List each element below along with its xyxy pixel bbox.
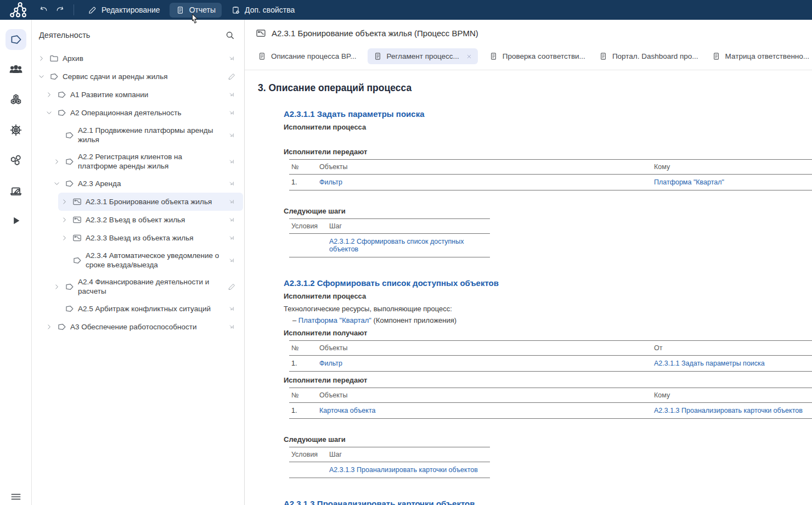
goto-arrow-icon[interactable] — [227, 305, 236, 313]
tree-item-label: А2.4 Финансирование деятельности и расче… — [76, 277, 227, 296]
edit-pencil-icon[interactable] — [227, 283, 236, 291]
tree-item[interactable]: А2.5 Арбитраж конфликтных ситуаций — [50, 300, 243, 318]
top-toolbar: РедактированиеОтчетыДоп. свойства — [0, 0, 812, 20]
chevron-right-icon[interactable] — [50, 283, 63, 291]
tree-item[interactable]: А2.3.3 Выезд из объекта жилья — [58, 229, 243, 247]
goto-arrow-icon[interactable] — [227, 158, 236, 166]
rail-helm-icon[interactable] — [5, 120, 26, 141]
rail-play-icon[interactable] — [5, 210, 26, 231]
bpmn-diagram-icon — [70, 233, 84, 243]
table-header-cell: № — [289, 388, 317, 403]
search-icon[interactable] — [224, 30, 235, 41]
tab-label: Описание процесса BP... — [271, 52, 357, 60]
rail-users-icon[interactable] — [5, 59, 26, 80]
undo-button[interactable] — [35, 3, 52, 17]
chevron-right-icon[interactable] — [43, 323, 55, 331]
goto-arrow-icon[interactable] — [227, 216, 236, 224]
chevron-down-icon[interactable] — [43, 109, 55, 117]
rail-menu-icon[interactable] — [5, 490, 26, 504]
close-icon[interactable] — [466, 53, 472, 60]
process-flag-icon — [55, 322, 69, 332]
goto-arrow-icon[interactable] — [227, 54, 236, 63]
goto-arrow-icon[interactable] — [227, 109, 236, 117]
chevron-right-icon[interactable] — [58, 216, 70, 224]
rail-shapes-cluster-icon[interactable] — [5, 150, 26, 171]
document-label: Исполнители получают — [284, 329, 812, 337]
tree-item[interactable]: Архив — [35, 49, 243, 68]
chevron-right-icon[interactable] — [58, 198, 70, 206]
toolbar-button-pencil[interactable]: Редактирование — [82, 3, 166, 18]
tree-item[interactable]: А2.4 Финансирование деятельности и расче… — [50, 273, 243, 300]
toolbar-button-clipboard-gear[interactable]: Доп. свойства — [225, 3, 301, 18]
table-row: А2.3.1.2 Сформировать список доступных о… — [289, 234, 490, 257]
tree-item[interactable]: А3 Обеспечение работоспособности — [43, 318, 243, 336]
objects-table: №ОбъектыОт1.ФильтрА2.3.1.1 Задать параме… — [289, 340, 812, 372]
tree-item[interactable]: А2 Операционная деятельность — [43, 104, 243, 122]
tab-1[interactable]: Описание процесса BP... — [255, 48, 359, 64]
tab-4[interactable]: Портал. Dashboard про... — [596, 48, 701, 64]
chevron-right-icon[interactable] — [35, 54, 47, 63]
goto-arrow-icon[interactable] — [227, 234, 236, 242]
document-label: Исполнители передают — [284, 376, 812, 384]
tree-item-label: А2.3.4 Автоматическое уведомление о срок… — [84, 251, 227, 270]
app-logo-icon[interactable] — [9, 3, 27, 17]
chevron-right-icon[interactable] — [58, 234, 70, 242]
redo-button[interactable] — [52, 3, 68, 17]
tree-item-label: Архив — [61, 54, 227, 63]
tree-item[interactable]: А1 Развитие компании — [43, 86, 243, 104]
rail-process-flag-icon[interactable] — [5, 29, 26, 50]
tree-item-label: А3 Обеспечение работоспособности — [69, 322, 227, 332]
tree-item[interactable]: А2.2 Регистрация клиентов на платформе а… — [50, 148, 243, 175]
tree-item[interactable]: А2.3.2 Въезд в объект жилья — [58, 211, 243, 229]
goto-arrow-icon[interactable] — [227, 91, 236, 99]
document-link[interactable]: А2.3.1.2 Сформировать список доступных о… — [329, 238, 464, 253]
table-row: А2.3.1.3 Проанализировать карточки объек… — [289, 462, 490, 478]
data-table: УсловияШагА2.3.1.3 Проанализировать карт… — [289, 447, 490, 478]
bpmn-diagram-icon — [255, 27, 267, 39]
table-cell: Карточка объекта — [317, 403, 652, 419]
data-table: №ОбъектыОт1.ФильтрА2.3.1.1 Задать параме… — [289, 340, 812, 372]
rail-bottom — [0, 490, 32, 504]
chevron-right-icon[interactable] — [43, 91, 55, 99]
document-link[interactable]: Карточка объекта — [319, 407, 375, 414]
goto-arrow-icon[interactable] — [227, 256, 236, 265]
goto-arrow-icon[interactable] — [227, 131, 236, 139]
table-cell: Фильтр — [317, 175, 652, 190]
rail-hexagons-icon[interactable] — [5, 89, 26, 110]
table-cell: А2.3.1.1 Задать параметры поиска — [652, 356, 812, 372]
tree-item[interactable]: Сервис сдачи и аренды жилья — [35, 68, 243, 86]
goto-arrow-icon[interactable] — [227, 198, 236, 206]
chevron-down-icon[interactable] — [35, 72, 47, 81]
rail-rocket-laptop-icon[interactable] — [5, 180, 26, 201]
tree-item[interactable]: А2.3.4 Автоматическое уведомление о срок… — [58, 247, 243, 273]
tree-item[interactable]: А2.1 Продвижение платформы аренды жилья — [50, 122, 243, 148]
document-link[interactable]: Платформа "Квартал" — [654, 178, 724, 186]
document-link[interactable]: Фильтр — [319, 360, 342, 367]
tree-item[interactable]: А2.3 Аренда — [50, 175, 243, 193]
chevron-down-icon[interactable] — [50, 179, 63, 188]
tab-5[interactable]: Матрица ответственно... — [709, 48, 811, 64]
toolbar-button-report[interactable]: Отчеты — [170, 3, 222, 18]
document-spacer — [258, 190, 812, 203]
document-link[interactable]: А2.3.1.3 Проанализировать карточки объек… — [329, 466, 478, 474]
goto-arrow-icon[interactable] — [227, 323, 236, 331]
document-label: Следующие шаги — [284, 435, 812, 444]
toolbar-button-label: Отчеты — [189, 5, 216, 14]
document-spacer — [258, 131, 812, 143]
folder-icon — [47, 53, 61, 64]
chevron-right-icon[interactable] — [50, 158, 63, 166]
document-link[interactable]: А2.3.1.1 Задать параметры поиска — [654, 360, 765, 367]
goto-arrow-icon[interactable] — [227, 179, 236, 188]
document-link[interactable]: А2.3.1.3 Проанализировать карточки объек… — [654, 407, 803, 414]
table-header-cell: Условия — [289, 219, 327, 234]
toolbar-button-label: Редактирование — [101, 5, 160, 14]
navigation-panel: Деятельность АрхивСервис сдачи и аренды … — [32, 20, 245, 505]
tab-2[interactable]: Регламент процесс... — [368, 48, 478, 64]
process-flag-icon — [63, 304, 76, 314]
tab-3[interactable]: Проверка соответстви... — [487, 48, 588, 64]
edit-pencil-icon[interactable] — [227, 72, 236, 81]
document-link[interactable]: Фильтр — [319, 178, 342, 186]
tree-item[interactable]: А2.3.1 Бронирование объекта жилья — [58, 193, 243, 211]
document-link[interactable]: Платформа "Квартал" — [298, 316, 371, 324]
table-cell — [289, 462, 327, 478]
